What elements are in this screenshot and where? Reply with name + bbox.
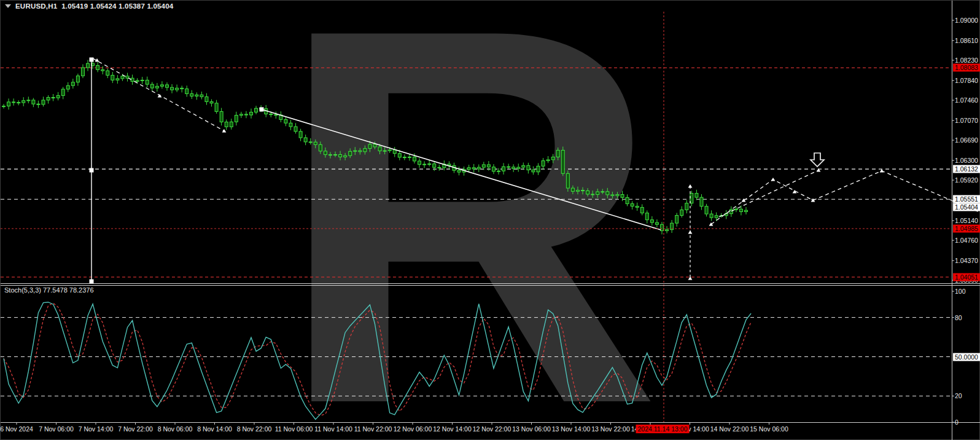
stochastic-values: 77.5478 78.2376 — [43, 286, 94, 294]
ohlc-quotes: 1.05419 1.05424 1.05387 1.05404 — [61, 2, 173, 10]
stoch-level-label: 50.0000 — [953, 353, 980, 361]
forecast-segment-dashed[interactable] — [719, 170, 819, 217]
object-handle-marker[interactable] — [880, 169, 884, 173]
price-level-label-red: 1.04051 — [953, 273, 980, 281]
object-handle-square[interactable] — [260, 108, 264, 112]
stoch-axis-label: 20 — [955, 392, 962, 400]
price-axis-label: 1.08230 — [955, 57, 978, 65]
time-axis-label: 11 Nov 06:00 — [275, 425, 313, 433]
quote-high: 1.05424 — [90, 2, 117, 10]
crosshair-time-label: 2024.11.14 13:00 — [636, 425, 690, 433]
symbol-dropdown-icon[interactable] — [5, 4, 11, 8]
time-axis-label: 13 Nov 06:00 — [512, 425, 550, 433]
price-axis-label: 1.07840 — [955, 76, 978, 84]
time-axis-label: 12 Nov 14:00 — [433, 425, 471, 433]
object-handle-square[interactable] — [90, 168, 94, 173]
stoch-axis-label: 80 — [955, 313, 962, 321]
price-axis-label: 1.06300 — [955, 157, 978, 165]
quote-close: 1.05404 — [147, 2, 173, 10]
time-axis-label: 8 Nov 06:00 — [158, 425, 193, 433]
time-axis-label: 11 Nov 14:00 — [314, 425, 352, 433]
price-axis-label: 1.05140 — [955, 216, 978, 224]
time-axis-label: 11 Nov 22:00 — [354, 425, 392, 433]
price-axis-label: 1.07460 — [955, 96, 978, 104]
forecast-zigzag-dashed[interactable] — [711, 171, 980, 224]
time-axis-label: 7 Nov 22:00 — [118, 425, 153, 433]
quote-open: 1.05419 — [61, 2, 88, 10]
time-axis-label: 6 Nov 2024 — [0, 425, 33, 433]
time-axis-label: 15 Nov 06:00 — [750, 425, 788, 433]
object-handle-square[interactable] — [90, 280, 94, 284]
time-axis-label: 13 Nov 14:00 — [552, 425, 590, 433]
chart-window: EURUSD,H1 1.05419 1.05424 1.05387 1.0540… — [0, 0, 980, 440]
price-axis-label: 1.04370 — [955, 257, 978, 265]
price-axis-label: 1.07070 — [955, 116, 978, 124]
quote-low: 1.05387 — [119, 2, 145, 10]
stoch-axis-label: 0 — [955, 418, 959, 426]
price-level-label-red: 1.04985 — [953, 225, 980, 233]
price-axis-label: 1.04760 — [955, 237, 978, 245]
price-level-label: 1.05404 — [953, 203, 980, 211]
time-axis-label: 7 Nov 14:00 — [79, 425, 114, 433]
down-arrow-annotation[interactable] — [811, 153, 824, 167]
stochastic-indicator-label: Stoch(5,3,3) 77.5478 78.2376 — [4, 286, 94, 294]
price-axis-label: 1.08610 — [955, 36, 978, 44]
time-axis-label: 8 Nov 14:00 — [197, 425, 232, 433]
time-axis-label: 7 Nov 06:00 — [39, 425, 74, 433]
chart-plot-area[interactable]: R — [1, 1, 980, 440]
object-handle-marker[interactable] — [771, 178, 776, 181]
trendline-dashed[interactable] — [93, 58, 224, 131]
time-axis-label: 8 Nov 22:00 — [237, 425, 272, 433]
stoch-axis-label: 100 — [955, 288, 966, 296]
time-axis-label: 12 Nov 22:00 — [473, 425, 511, 433]
object-handle-marker[interactable] — [222, 129, 227, 133]
object-handle-marker[interactable] — [688, 230, 693, 234]
price-axis-label: 1.05920 — [955, 176, 978, 184]
time-axis-label: 12 Nov 06:00 — [394, 425, 432, 433]
price-level-label: 1.06132 — [953, 165, 980, 173]
price-level-label: 1.05551 — [953, 195, 980, 203]
object-handle-square[interactable] — [90, 58, 94, 62]
time-axis-label: 13 Nov 22:00 — [591, 425, 629, 433]
time-axis-label: 14 Nov 22:00 — [710, 425, 749, 433]
object-handle-marker[interactable] — [688, 184, 693, 188]
price-level-label-red: 1.08083 — [953, 64, 980, 72]
price-axis-label: 1.09000 — [955, 17, 978, 25]
chart-title-bar: EURUSD,H1 1.05419 1.05424 1.05387 1.0540… — [5, 2, 173, 10]
symbol-period-label: EURUSD,H1 — [15, 2, 57, 10]
price-axis-label: 1.06690 — [955, 136, 978, 144]
